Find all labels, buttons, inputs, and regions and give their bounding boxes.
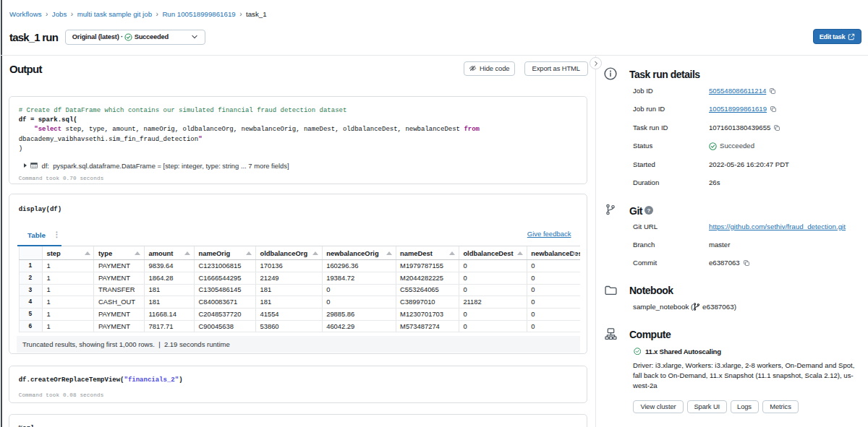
svg-text:?: ? (647, 207, 650, 214)
